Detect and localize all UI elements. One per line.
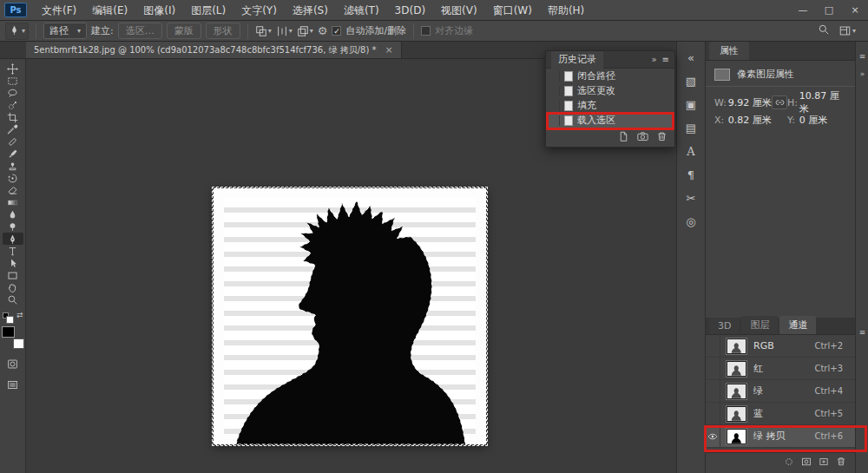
visibility-well[interactable] xyxy=(706,380,720,403)
rectangle-tool[interactable] xyxy=(3,269,23,281)
screen-mode-button[interactable] xyxy=(3,378,23,391)
link-dimensions-button[interactable] xyxy=(772,95,787,109)
visibility-well[interactable] xyxy=(706,335,720,358)
visibility-well[interactable] xyxy=(706,403,720,425)
menu-view[interactable]: 视图(V) xyxy=(433,0,485,21)
x-value[interactable]: 0.82 厘米 xyxy=(728,114,775,127)
expand-dock-icon[interactable]: « xyxy=(681,49,701,66)
background-color-swatch[interactable] xyxy=(13,338,24,349)
make-selection-button[interactable]: 选区… xyxy=(118,23,162,39)
new-channel-icon[interactable] xyxy=(819,457,829,470)
trash-icon[interactable] xyxy=(836,457,846,470)
gradient-tool[interactable] xyxy=(3,196,23,208)
foreground-color-swatch[interactable] xyxy=(2,326,15,338)
visibility-well[interactable] xyxy=(706,358,720,380)
path-arrangement-button[interactable]: ▾ xyxy=(297,25,313,37)
menu-image[interactable]: 图像(I) xyxy=(135,0,183,21)
gear-icon[interactable]: ⚙ xyxy=(318,24,328,37)
collapse-panel-icon[interactable]: » xyxy=(651,55,656,64)
history-source-well[interactable] xyxy=(549,101,560,111)
type-tool[interactable] xyxy=(3,245,23,257)
zoom-tool[interactable] xyxy=(3,293,23,305)
align-edges-checkbox[interactable] xyxy=(421,26,431,36)
save-selection-as-channel-icon[interactable] xyxy=(801,457,812,470)
collapse-panel-icon[interactable]: » xyxy=(858,69,867,78)
path-operations-button[interactable]: ▾ xyxy=(255,25,272,37)
search-icon[interactable] xyxy=(818,23,830,38)
path-alignment-button[interactable]: ▾ xyxy=(276,25,293,37)
move-tool[interactable] xyxy=(3,62,23,75)
blur-tool[interactable] xyxy=(3,208,23,220)
history-panel-title[interactable]: 历史记录 xyxy=(551,51,603,69)
default-colors-icon[interactable] xyxy=(3,312,9,319)
document-image[interactable] xyxy=(213,187,487,445)
swatches-panel-icon[interactable]: ▤ xyxy=(681,119,701,136)
make-mask-button[interactable]: 蒙版 xyxy=(167,23,201,39)
hand-tool[interactable] xyxy=(3,281,23,293)
pen-mode-select[interactable]: 路径 ▾ xyxy=(43,23,87,39)
tab-properties[interactable]: 属性 xyxy=(709,42,749,60)
maximize-button[interactable]: □ xyxy=(816,0,842,21)
panel-menu-icon[interactable]: ≡ xyxy=(858,328,867,337)
paragraph-panel-icon[interactable]: ¶ xyxy=(681,166,701,183)
history-item[interactable]: 选区更改 xyxy=(546,83,674,98)
channel-row-rgb[interactable]: RGB Ctrl+2 xyxy=(706,335,855,358)
history-item[interactable]: 填充 xyxy=(546,98,674,113)
channel-thumbnail[interactable] xyxy=(727,338,746,354)
tab-layers[interactable]: 图层 xyxy=(741,316,778,334)
history-item[interactable]: 闭合路径 xyxy=(546,69,674,83)
panel-menu-icon[interactable]: ≡ xyxy=(858,52,867,61)
menu-layer[interactable]: 图层(L) xyxy=(183,0,233,21)
menu-file[interactable]: 文件(F) xyxy=(34,0,84,21)
height-value[interactable]: 10.87 厘米 xyxy=(799,89,846,115)
target-icon[interactable]: ◎ xyxy=(681,213,701,230)
menu-select[interactable]: 选择(S) xyxy=(285,0,336,21)
camera-snapshot-icon[interactable] xyxy=(637,131,648,145)
close-button[interactable]: × xyxy=(842,0,868,21)
panel-menu-icon[interactable]: ≡ xyxy=(662,55,669,64)
dodge-tool[interactable] xyxy=(3,220,23,233)
channel-thumbnail[interactable] xyxy=(727,384,746,399)
eyedropper-tool[interactable] xyxy=(3,123,23,135)
scissors-icon[interactable]: ✂ xyxy=(681,189,701,207)
eraser-tool[interactable] xyxy=(3,184,23,196)
swap-colors-icon[interactable]: ⇄ xyxy=(16,311,23,319)
clone-source-panel-icon[interactable]: ▣ xyxy=(681,95,701,113)
width-value[interactable]: 9.92 厘米 xyxy=(728,96,775,109)
channel-row-red[interactable]: 红 Ctrl+3 xyxy=(706,358,855,380)
y-value[interactable]: 0 厘米 xyxy=(799,114,846,127)
channel-thumbnail[interactable] xyxy=(727,361,746,377)
spot-healing-brush-tool[interactable] xyxy=(3,135,23,148)
minimize-button[interactable]: — xyxy=(790,0,816,21)
rectangular-marquee-tool[interactable] xyxy=(3,75,23,87)
brush-tool[interactable] xyxy=(3,148,23,160)
history-source-well[interactable] xyxy=(549,71,560,82)
channel-row-blue[interactable]: 蓝 Ctrl+5 xyxy=(706,403,855,425)
make-shape-button[interactable]: 形状 xyxy=(206,23,240,39)
quick-mask-button[interactable] xyxy=(3,358,23,370)
channel-thumbnail[interactable] xyxy=(727,406,746,422)
menu-3d[interactable]: 3D(D) xyxy=(387,0,433,21)
character-panel-icon[interactable]: A xyxy=(681,142,701,160)
pen-tool-selected[interactable] xyxy=(3,233,23,245)
tab-channels[interactable]: 通道 xyxy=(779,316,816,334)
auto-add-delete-checkbox[interactable]: ✓ xyxy=(332,26,341,36)
tab-close-icon[interactable]: × xyxy=(385,44,393,56)
history-brush-tool[interactable] xyxy=(3,172,23,184)
menu-type[interactable]: 文字(Y) xyxy=(233,0,285,21)
new-document-from-state-icon[interactable] xyxy=(618,131,629,145)
trash-icon[interactable] xyxy=(656,131,667,145)
menu-edit[interactable]: 编辑(E) xyxy=(84,0,135,21)
menu-filter[interactable]: 滤镜(T) xyxy=(336,0,387,21)
menu-help[interactable]: 帮助(H) xyxy=(540,0,592,21)
tab-3d[interactable]: 3D xyxy=(709,318,740,334)
history-source-well[interactable] xyxy=(549,86,560,96)
workspace-switcher[interactable]: ▾ xyxy=(838,25,856,36)
tool-preset-picker[interactable]: ▾ xyxy=(5,23,29,40)
default-swap-colors[interactable]: ⇄ xyxy=(3,311,23,319)
document-tab[interactable]: 5entbmrft1k28.jpg @ 100% (cd9a012073a8c7… xyxy=(26,42,402,58)
crop-tool[interactable] xyxy=(3,111,23,123)
menu-window[interactable]: 窗口(W) xyxy=(485,0,540,21)
load-selection-icon[interactable] xyxy=(784,457,794,470)
lasso-tool[interactable] xyxy=(3,87,23,99)
